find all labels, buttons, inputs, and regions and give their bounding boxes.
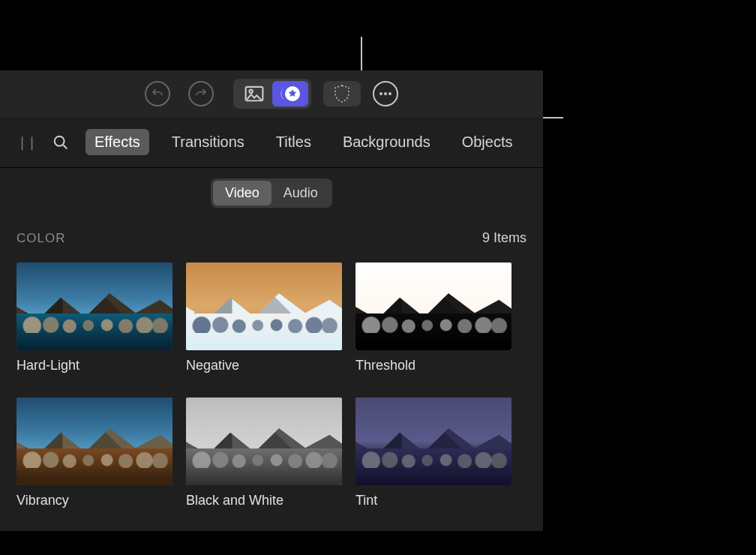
effects-grid: Hard-Light Negative Threshold Vibrancy B	[0, 255, 543, 531]
effect-hard-light[interactable]: Hard-Light	[16, 262, 172, 374]
tab-backgrounds[interactable]: Backgrounds	[334, 129, 440, 155]
effect-black-and-white[interactable]: Black and White	[186, 398, 342, 508]
tab-titles[interactable]: Titles	[267, 129, 320, 155]
effect-label: Vibrancy	[16, 493, 172, 508]
svg-point-1	[250, 90, 253, 93]
effect-label: Tint	[356, 493, 512, 508]
svg-point-5	[388, 92, 392, 95]
effect-thumbnail	[16, 398, 172, 485]
svg-point-4	[384, 92, 387, 95]
effect-label: Hard-Light	[16, 358, 172, 374]
more-button[interactable]	[373, 81, 398, 106]
media-browser-button[interactable]	[236, 81, 272, 106]
effect-negative[interactable]: Negative	[186, 262, 342, 374]
search-icon[interactable]	[52, 134, 69, 151]
effects-icon	[280, 85, 301, 103]
redo-button[interactable]	[188, 81, 214, 106]
tab-transitions[interactable]: Transitions	[163, 129, 254, 155]
history-group	[145, 81, 214, 106]
media-tab-audio[interactable]: Audio	[272, 181, 330, 206]
callout-vertical-line	[361, 37, 362, 74]
keyer-button[interactable]	[323, 81, 361, 106]
effect-thumbnail	[356, 398, 512, 485]
section-count: 9 Items	[482, 230, 526, 246]
undo-icon	[151, 87, 164, 100]
effect-label: Threshold	[356, 358, 512, 374]
effect-vibrancy[interactable]: Vibrancy	[16, 398, 172, 508]
effects-browser-button[interactable]	[272, 81, 308, 106]
effect-threshold[interactable]: Threshold	[356, 262, 512, 374]
effect-label: Negative	[186, 358, 342, 374]
effect-thumbnail	[356, 262, 512, 350]
media-type-row: Video Audio	[0, 168, 543, 212]
tab-effects[interactable]: Effects	[86, 129, 149, 155]
category-tabs: Effects Transitions Titles Backgrounds O…	[86, 129, 521, 155]
toolbar	[0, 70, 543, 117]
effect-label: Black and White	[186, 493, 342, 508]
category-bar: ❘❘ Effects Transitions Titles Background…	[0, 117, 543, 168]
media-tab-video[interactable]: Video	[213, 181, 272, 206]
tab-objects[interactable]: Objects	[453, 129, 522, 155]
effect-tint[interactable]: Tint	[356, 398, 512, 508]
effect-thumbnail	[16, 262, 172, 350]
effect-thumbnail	[186, 262, 342, 350]
effect-thumbnail	[186, 398, 342, 485]
redo-icon	[194, 87, 208, 100]
section-title: COLOR	[16, 231, 65, 246]
browser-segment	[233, 79, 311, 109]
browser-panel: ❘❘ Effects Transitions Titles Background…	[0, 70, 543, 531]
sidebar-handle-icon[interactable]: ❘❘	[16, 134, 36, 151]
svg-point-3	[380, 92, 382, 95]
media-type-segment: Video Audio	[211, 178, 332, 208]
svg-point-6	[55, 136, 64, 146]
shield-dotted-icon	[333, 84, 351, 104]
section-header: COLOR 9 Items	[0, 212, 543, 255]
undo-button[interactable]	[145, 81, 170, 106]
image-icon	[244, 86, 264, 102]
ellipsis-icon	[379, 92, 392, 96]
